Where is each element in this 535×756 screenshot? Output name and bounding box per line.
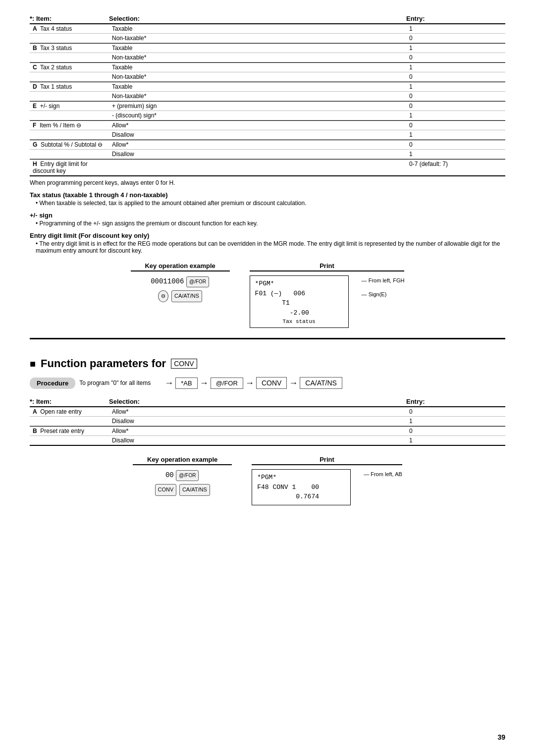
procedure-flow: → *AB → @/FOR → CONV → CA/AT/NS [164,377,342,389]
section-heading-digit: Entry digit limit (For discount key only… [30,232,505,239]
note-text: When programming percent keys, always en… [30,179,505,186]
table-row: Disallow 1 [30,150,505,159]
procedure-row: Procedure To program "0" for all items →… [30,377,505,389]
section-text-tax: • When taxable is selected, tax is appli… [36,200,505,207]
arrow-icon-2: → [200,378,209,388]
key-operation-box-1: Key operation example 00011006 @/FOR ⊖ C… [131,262,230,328]
key-operation-box-2: Key operation example 00 @/FOR CONV CA/A… [133,456,232,505]
annotation-right-1: — From left, FGH — Sign(E) [362,275,405,300]
top-table-section: *: Item: Selection: Entry: A Tax 4 statu… [30,15,505,176]
at-for-btn-1: @/FOR [186,276,209,287]
key-op-title-1: Key operation example [131,262,230,271]
table-headers: *: Item: Selection: Entry: [30,15,505,24]
top-table-body: A Tax 4 status Taxable 1 Non-taxable* 0 … [30,24,505,176]
table-row: Non-taxable* 0 [30,92,505,101]
conv-btn-2: CONV [155,484,177,496]
table-row: Non-taxable* 0 [30,34,505,43]
table-row: - (discount) sign* 1 [30,111,505,120]
section-text-sign: • Programming of the +/- sign assigns th… [36,220,505,227]
section-tax-status: Tax status (taxable 1 through 4 / non-ta… [30,191,505,207]
receipt-line: T1 [255,298,343,308]
table-row: A Open rate entry Allow* 0 [30,407,505,417]
annotation-fgh: — From left, FGH [362,277,405,283]
key-op-sequence-1: 00011006 @/FOR ⊖ CA/AT/NS [131,275,230,303]
table-row: D Tax 1 status Taxable 1 [30,82,505,92]
table-row: C Tax 2 status Taxable 1 [30,62,505,72]
receipt-line: *PGM* [255,279,343,289]
print-title-1: Print [250,262,405,271]
table-row: F Item % / Item ⊖ Allow* 0 [30,120,505,130]
function-heading: ■ Function parameters for CONV [30,357,505,370]
bottom-header-entry: Entry: [406,398,505,405]
section-sign: +/- sign • Programming of the +/- sign a… [30,212,505,227]
key-op-title-2: Key operation example [133,456,232,465]
receipt-line: F48 CONV 1 00 [257,483,345,492]
bottom-table-headers: *: Item: Selection: Entry: [30,398,505,407]
procedure-note: To program "0" for all items [79,379,151,386]
print-title-2: Print [252,456,402,465]
bottom-table-section: *: Item: Selection: Entry: A Open rate e… [30,398,505,446]
section-text-digit: • The entry digit limit is in effect for… [36,240,505,254]
annotation-right-2: — From left, AB [364,469,402,480]
procedure-badge: Procedure [30,378,75,389]
annotation-ab: — From left, AB [364,471,402,477]
print-receipt-1: *PGM* F01 (—) 006 T1 -2.00 Tax status [250,275,349,328]
table-row: E +/- sign + (premium) sign 0 [30,101,505,111]
receipt-line: F01 (—) 006 [255,289,343,299]
receipt-line: *PGM* [257,473,345,483]
conv-badge: CONV [171,359,197,369]
table-row: B Preset rate entry Allow* 0 [30,426,505,436]
print-receipt-2: *PGM* F48 CONV 1 00 0.7674 [252,469,351,505]
section-heading-tax: Tax status (taxable 1 through 4 / non-ta… [30,191,505,199]
section-digit-limit: Entry digit limit (For discount key only… [30,232,505,254]
table-row: Non-taxable* 0 [30,72,505,82]
bottom-header-item: *: Item: [30,398,109,405]
flow-ab: *AB [175,378,197,389]
print-box-2: Print *PGM* F48 CONV 1 00 0.7674 — From … [252,456,402,505]
flow-conv: CONV [256,377,287,389]
circle-minus-btn-1: ⊖ [158,290,168,302]
table-row: Non-taxable* 0 [30,53,505,62]
arrow-icon-1: → [164,378,173,388]
table-row: Disallow 1 [30,417,505,426]
bottom-table-body: A Open rate entry Allow* 0 Disallow 1 B … [30,407,505,446]
table-row: Disallow 1 [30,130,505,140]
table-row: G Subtotal % / Subtotal ⊖ Allow* 0 [30,140,505,150]
print-box-1: Print *PGM* F01 (—) 006 T1 -2.00 Tax sta… [250,262,405,328]
receipt-line: 0.7674 [257,492,345,502]
key-op-sequence-2: 00 @/FOR CONV CA/AT/NS [133,469,232,496]
table-row: A Tax 4 status Taxable 1 [30,24,505,34]
tax-status-label: Tax status [255,319,343,324]
arrow-icon-3: → [245,378,254,388]
section-heading-sign: +/- sign [30,212,505,219]
table-row: B Tax 3 status Taxable 1 [30,43,505,53]
header-item: *: Item: [30,15,109,22]
at-for-btn-2: @/FOR [176,470,199,481]
header-selection: Selection: [109,15,406,22]
arrow-icon-4: → [289,378,298,388]
annotation-sign: — Sign(E) [362,291,405,297]
caatns-btn-2: CA/AT/NS [179,484,210,496]
table-row: Disallow 1 [30,436,505,446]
caatns-btn-1: CA/AT/NS [171,290,202,302]
example-container-1: Key operation example 00011006 @/FOR ⊖ C… [30,262,505,328]
table-row: H Entry digit limit for discount key 0-7… [30,159,505,176]
receipt-line: -2.00 [255,308,343,318]
bottom-header-selection: Selection: [109,398,406,405]
flow-atfor: @/FOR [211,378,243,389]
example-container-2: Key operation example 00 @/FOR CONV CA/A… [30,456,505,505]
function-parameters-section: ■ Function parameters for CONV Procedure… [30,338,505,389]
page-number: 39 [497,733,505,741]
header-entry: Entry: [406,15,505,22]
flow-caatns: CA/AT/NS [300,377,342,389]
